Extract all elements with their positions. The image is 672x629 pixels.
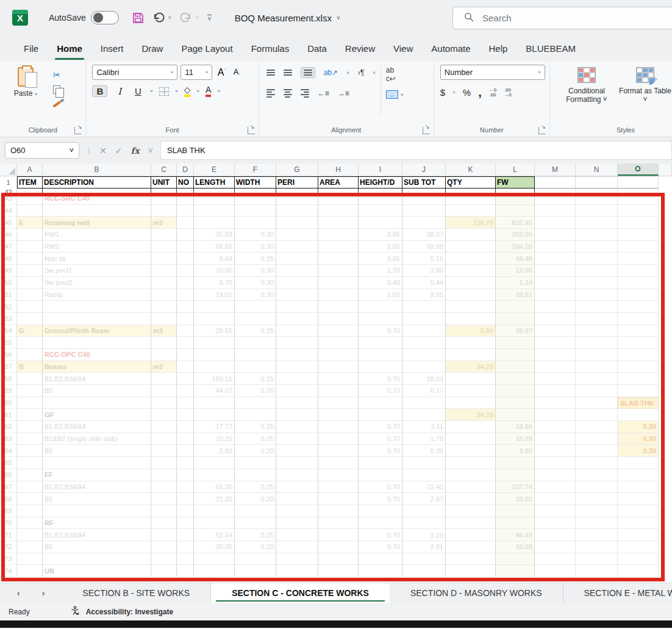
grid-cell-F62[interactable]: 0.25 [235, 421, 276, 433]
excel-app-icon[interactable]: X [12, 10, 28, 26]
grid-cell-G50[interactable] [276, 277, 318, 289]
grid-cell-D58[interactable] [177, 373, 194, 385]
grid-cell-D55[interactable] [177, 337, 194, 349]
grid-cell-E62[interactable]: 17.77 [194, 421, 235, 433]
grid-cell-I45[interactable] [359, 217, 402, 229]
grid-cell-N51[interactable] [576, 289, 618, 301]
grid-cell-H63[interactable] [318, 433, 359, 445]
grid-cell-F61[interactable] [235, 409, 276, 421]
grid-cell-B44[interactable] [43, 205, 151, 217]
grid-cell-N54[interactable] [576, 325, 618, 337]
grid-cell-H67[interactable] [318, 481, 359, 494]
grid-cell-G58[interactable] [276, 373, 318, 385]
grid-cell-D50[interactable] [177, 277, 194, 289]
grid-cell-J56[interactable] [402, 349, 446, 361]
grid-cell-K1[interactable]: QTY [446, 176, 496, 189]
grid-cell-D72[interactable] [177, 541, 194, 553]
row-header-59[interactable]: 59 [0, 385, 17, 397]
grid-cell-F47[interactable]: 0.30 [235, 241, 276, 253]
grid-cell-D56[interactable] [177, 349, 194, 361]
column-header-G[interactable]: G [276, 164, 318, 176]
grid-cell-I53[interactable] [359, 313, 402, 325]
grid-cell-A56[interactable] [17, 349, 43, 361]
grid-cell-E44[interactable] [194, 205, 235, 217]
grid-cell-B48[interactable]: Non str [43, 253, 151, 265]
row-header-50[interactable]: 50 [0, 277, 17, 289]
grid-cell-A55[interactable] [17, 337, 43, 349]
grid-cell-H69[interactable] [318, 505, 359, 517]
name-box-dropdown-icon[interactable]: ˅ [69, 146, 74, 155]
grid-cell-E58[interactable]: 160.15 [194, 373, 235, 385]
grid-cell-H74[interactable] [318, 565, 359, 577]
grid-cell-D43[interactable] [177, 193, 194, 205]
grid-cell-A74[interactable] [17, 565, 43, 577]
row-header-73[interactable]: 73 [0, 553, 17, 566]
row-header-67[interactable]: 67 [0, 481, 17, 494]
grid-cell-C48[interactable] [151, 253, 177, 265]
grid-cell-E56[interactable] [194, 349, 235, 361]
grid-cell-M74[interactable] [535, 565, 576, 577]
column-header-I[interactable]: I [359, 164, 402, 176]
grid-cell-B62[interactable]: B1,B2,B3&B4 [43, 421, 151, 433]
grid-cell-O68[interactable] [618, 493, 659, 505]
grid-cell-C69[interactable] [151, 505, 177, 517]
grid-cell-A49[interactable] [17, 265, 43, 277]
grid-cell-B61[interactable]: GF [43, 409, 151, 421]
grid-cell-M43[interactable] [535, 193, 576, 205]
grid-cell-N43[interactable] [576, 193, 618, 205]
undo-dropdown-icon[interactable]: ˅ [168, 15, 171, 21]
grid-cell-O61[interactable] [618, 409, 659, 421]
grid-cell-H50[interactable] [318, 277, 359, 289]
tab-page-layout[interactable]: Page Layout [172, 38, 241, 59]
grid-cell-N59[interactable] [576, 385, 618, 397]
row-header-51[interactable]: 51 [0, 289, 17, 301]
grid-cell-L68[interactable]: 33.92 [496, 493, 535, 505]
grid-cell-D46[interactable] [177, 229, 194, 241]
grid-cell-B58[interactable]: B1,B2,B3&B4 [43, 373, 151, 385]
grid-cell-C72[interactable] [151, 541, 177, 553]
grid-cell-H72[interactable] [318, 541, 359, 553]
grid-cell-E53[interactable] [194, 313, 235, 325]
grid-cell-O58[interactable] [618, 373, 659, 385]
column-header-O[interactable]: O [618, 164, 659, 176]
grid-cell-A45[interactable]: E [17, 217, 43, 229]
grid-cell-O45[interactable] [618, 217, 659, 229]
grid-cell-H53[interactable] [318, 313, 359, 325]
grid-cell-E74[interactable] [194, 565, 235, 577]
grid-cell-E52[interactable] [194, 301, 235, 313]
grid-cell-J55[interactable] [402, 337, 446, 349]
grid-cell-G59[interactable] [276, 385, 318, 397]
column-header-L[interactable]: L [496, 164, 535, 176]
grid-cell-D66[interactable] [177, 469, 194, 481]
customize-qat-icon[interactable]: ˅ [207, 15, 211, 21]
grid-cell-K70[interactable] [446, 517, 496, 530]
row-header-55[interactable]: 55 [0, 337, 17, 349]
grid-cell-E61[interactable] [194, 409, 235, 421]
grid-cell-K50[interactable] [446, 277, 496, 289]
grid-cell-F66[interactable] [235, 469, 276, 481]
grid-cell-B52[interactable] [43, 301, 151, 313]
grid-cell-E48[interactable]: 5.64 [194, 253, 235, 265]
save-icon[interactable] [132, 12, 144, 24]
grid-cell-E70[interactable] [194, 517, 235, 530]
grid-cell-L54[interactable]: 39.97 [496, 325, 535, 337]
grid-cell-B72[interactable]: B5 [43, 541, 151, 553]
grid-cell-L72[interactable]: 32.08 [496, 541, 535, 553]
grid-cell-D54[interactable] [177, 325, 194, 337]
grid-cell-C50[interactable] [151, 277, 177, 289]
grid-cell-D69[interactable] [177, 505, 194, 517]
row-header-70[interactable]: 70 [0, 517, 17, 530]
grid-cell-J58[interactable]: 28.03 [402, 373, 446, 385]
grid-cell-E57[interactable] [194, 361, 235, 373]
grid-cell-L53[interactable] [496, 313, 535, 325]
grid-cell-J59[interactable]: 6.17 [402, 385, 446, 397]
grid-cell-I64[interactable]: 0.70 [359, 445, 402, 457]
grid-cell-B74[interactable]: UB [43, 565, 151, 577]
grid-cell-A51[interactable] [17, 289, 43, 301]
grid-cell-M66[interactable] [535, 469, 576, 481]
grid-cell-D57[interactable] [177, 361, 194, 373]
grid-cell-N68[interactable] [576, 493, 618, 505]
grid-cell-I48[interactable]: 3.65 [359, 253, 402, 265]
grid-cell-I63[interactable]: 0.70 [359, 433, 402, 445]
grid-cell-L66[interactable] [496, 469, 535, 481]
